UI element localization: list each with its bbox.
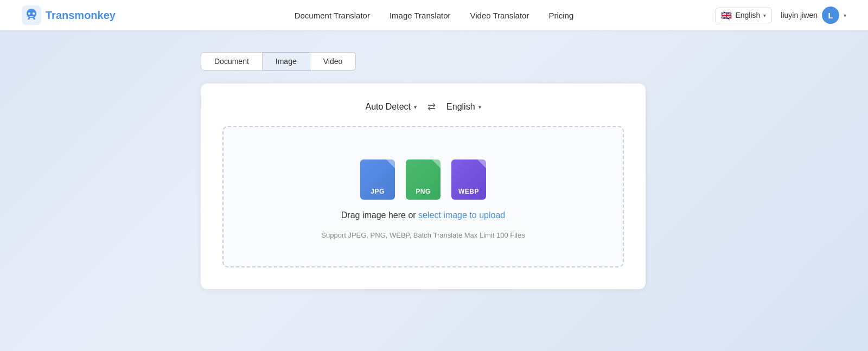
tab-document[interactable]: Document: [201, 52, 263, 71]
source-lang-caret-icon: ▾: [414, 104, 417, 110]
file-type-icons: JPG PNG WEBP: [360, 159, 486, 200]
translator-card: Auto Detect ▾ ⇄ English ▾ JPG PNG WEBP: [201, 84, 646, 289]
header: Transmonkey Document Translator Image Tr…: [0, 0, 868, 30]
lang-chevron-icon: ▾: [763, 12, 766, 18]
jpg-icon: JPG: [360, 159, 395, 200]
webp-icon: WEBP: [451, 159, 486, 200]
main-nav: Document Translator Image Translator Vid…: [295, 11, 574, 20]
file-dropzone[interactable]: JPG PNG WEBP Drag image here or select i…: [222, 126, 624, 267]
tab-video[interactable]: Video: [310, 52, 356, 71]
language-selector[interactable]: 🇬🇧 English ▾: [715, 8, 772, 23]
dropzone-sub-text: Support JPEG, PNG, WEBP, Batch Translate…: [321, 231, 525, 239]
jpg-label: JPG: [371, 188, 385, 195]
dropzone-main-text: Drag image here or select image to uploa…: [341, 210, 505, 220]
png-label: PNG: [416, 188, 431, 195]
target-language-label: English: [446, 102, 475, 112]
source-language-label: Auto Detect: [365, 102, 411, 112]
main-content: Document Image Video Auto Detect ▾ ⇄ Eng…: [0, 30, 868, 289]
user-chevron-icon: ▾: [844, 12, 846, 18]
flag-icon: 🇬🇧: [721, 10, 732, 21]
source-language-dropdown[interactable]: Auto Detect ▾: [365, 102, 417, 112]
png-icon: PNG: [406, 159, 441, 200]
nav-pricing[interactable]: Pricing: [548, 11, 573, 20]
target-lang-caret-icon: ▾: [478, 104, 481, 110]
logo[interactable]: Transmonkey: [22, 5, 116, 25]
logo-text: Transmonkey: [46, 9, 116, 22]
swap-languages-icon[interactable]: ⇄: [427, 101, 436, 113]
nav-image-translator[interactable]: Image Translator: [390, 11, 451, 20]
webp-label: WEBP: [458, 188, 479, 195]
nav-document-translator[interactable]: Document Translator: [295, 11, 370, 20]
user-menu[interactable]: liuyin jiwen L ▾: [781, 7, 846, 24]
target-language-dropdown[interactable]: English ▾: [446, 102, 481, 112]
language-label: English: [735, 11, 760, 20]
username: liuyin jiwen: [781, 11, 818, 20]
tab-image[interactable]: Image: [263, 52, 310, 71]
upload-link[interactable]: select image to upload: [418, 210, 505, 220]
svg-point-1: [28, 12, 30, 15]
avatar: L: [822, 7, 839, 24]
svg-point-2: [33, 12, 35, 15]
tab-bar: Document Image Video: [201, 52, 868, 71]
header-right: 🇬🇧 English ▾ liuyin jiwen L ▾: [715, 7, 846, 24]
language-bar: Auto Detect ▾ ⇄ English ▾: [222, 101, 624, 113]
logo-icon: [22, 5, 41, 25]
nav-video-translator[interactable]: Video Translator: [470, 11, 529, 20]
